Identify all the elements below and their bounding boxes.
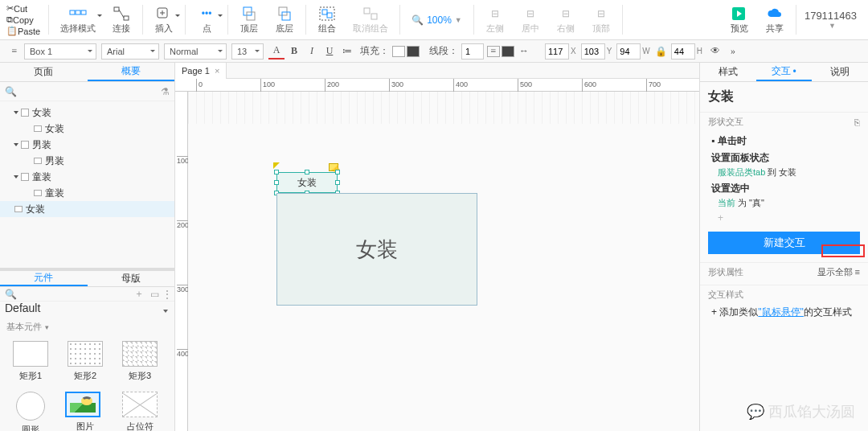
svg-rect-7 — [247, 12, 255, 20]
align-top-icon: ⊟ — [592, 5, 611, 23]
send-back[interactable]: 底层 — [267, 0, 302, 39]
underline-icon[interactable]: U — [321, 43, 338, 60]
line-color-icon[interactable] — [502, 46, 514, 57]
tab-masters[interactable]: 母版 — [88, 271, 175, 286]
widget-circle[interactable]: 圆形 — [5, 392, 56, 431]
lib-menu-icon[interactable]: ⋮ — [162, 289, 172, 300]
outline-tree: 女装 女装 男装 男装 童装 童装 女装 — [0, 101, 174, 268]
group[interactable]: 组合 — [309, 0, 345, 39]
widget-rect3[interactable]: 矩形3 — [114, 341, 166, 382]
close-icon[interactable]: × — [215, 66, 219, 76]
tree-item-child[interactable]: 童装 — [0, 185, 174, 201]
zoom[interactable]: 🔍100%▼ — [403, 0, 470, 39]
add-action-icon[interactable]: + — [718, 212, 860, 224]
insert[interactable]: 插入 — [146, 0, 182, 39]
tab-style[interactable]: 样式 — [700, 63, 756, 81]
dot[interactable]: •••点 — [189, 0, 224, 39]
section-action-icon[interactable]: ⎘ — [854, 117, 860, 127]
cut-cmd[interactable]: ✂ Cut — [6, 3, 40, 14]
size-selector[interactable]: 13 — [231, 43, 264, 60]
widget-rect1[interactable]: 矩形1 — [5, 341, 56, 382]
dynamic-panel[interactable]: 女装 — [276, 193, 477, 306]
page-tab[interactable]: Page 1× — [175, 63, 227, 79]
arrow-icon[interactable]: ↔ — [516, 43, 532, 60]
style-drop-icon[interactable]: ≡ — [6, 43, 23, 60]
more-icon[interactable]: » — [725, 43, 741, 60]
visibility-icon[interactable]: 👁 — [707, 43, 723, 60]
tab-interactions[interactable]: 交互• — [756, 63, 813, 81]
bring-front[interactable]: 顶层 — [231, 0, 267, 39]
action-set-panel: 设置面板状态 — [711, 151, 860, 165]
align-left[interactable]: ⊟左侧 — [477, 0, 513, 39]
lock-ratio-icon[interactable]: 🔒 — [655, 46, 666, 57]
cloud-icon — [766, 6, 784, 22]
widget-rect2[interactable]: 矩形2 — [59, 341, 111, 382]
tree-item-parent[interactable]: 男装 — [0, 137, 174, 153]
svg-rect-12 — [327, 13, 332, 18]
style-toolbar: ≡ Box 1 Arial Normal 13 A B I U ≔ 填充： 线段… — [0, 40, 868, 63]
preview[interactable]: 预览 — [722, 0, 757, 39]
selected-widget[interactable]: 女装 — [276, 172, 338, 193]
v-ruler: 100 200 300 400 — [175, 92, 188, 431]
size-w-input[interactable] — [616, 43, 641, 60]
tree-item-child[interactable]: 男装 — [0, 153, 174, 169]
section-shape-attr: 形状属性显示全部 ≡ — [700, 263, 868, 281]
add-lib-icon[interactable]: ＋ — [134, 287, 144, 301]
outline-search-input[interactable] — [20, 87, 161, 96]
bold-icon[interactable]: B — [286, 43, 302, 60]
svg-rect-0 — [70, 10, 75, 14]
shape-selector[interactable]: Box 1 — [24, 43, 96, 60]
widget-placeholder[interactable]: 占位符 — [114, 392, 166, 431]
action-detail: 当前 为 "真" — [718, 197, 860, 209]
align-center[interactable]: ⊟居中 — [513, 0, 548, 39]
fill-swatch[interactable] — [392, 46, 405, 57]
widget-category[interactable]: 基本元件 — [0, 318, 174, 336]
bullets-icon[interactable]: ≔ — [339, 43, 355, 60]
font-color-icon[interactable]: A — [268, 43, 285, 60]
tab-widgets[interactable]: 元件 — [0, 271, 88, 286]
align-top[interactable]: ⊟顶部 — [583, 0, 619, 39]
connect-icon — [113, 6, 130, 22]
line-style-icon[interactable]: ≡ — [487, 46, 500, 57]
clipboard-col: ✂ Cut ⧉ Copy 📋 Paste — [6, 0, 40, 39]
align-right[interactable]: ⊟右侧 — [548, 0, 583, 39]
line-label: 线段： — [429, 44, 458, 58]
add-inter-style[interactable]: + 添加类似"鼠标悬停"的交互样式 — [700, 304, 868, 321]
lib-folder-icon[interactable]: ▭ — [150, 289, 159, 300]
tree-item-parent[interactable]: 女装 — [0, 105, 174, 121]
lib-dropdown[interactable]: Default — [0, 302, 174, 314]
right-pane: 样式 交互• 说明 女装 形状交互⎘ ▪ 单击时 设置面板状态 服装品类tab … — [699, 63, 868, 431]
tab-notes[interactable]: 说明 — [812, 63, 868, 81]
tree-item-parent[interactable]: 童装 — [0, 169, 174, 185]
share[interactable]: 共享 — [757, 0, 792, 39]
tab-outline[interactable]: 概要 — [88, 63, 175, 81]
filter-icon[interactable]: ⚗ — [161, 86, 170, 97]
pos-y-input[interactable] — [581, 43, 605, 60]
tree-item-selected[interactable]: 女装 — [0, 201, 174, 217]
show-all-toggle[interactable]: 显示全部 ≡ — [817, 266, 860, 278]
account[interactable]: 179111463▼ — [800, 0, 862, 39]
tab-pages[interactable]: 页面 — [0, 63, 88, 81]
ungroup[interactable]: 取消组合 — [345, 0, 396, 39]
copy-cmd[interactable]: ⧉ Copy — [6, 14, 40, 26]
italic-icon[interactable]: I — [304, 43, 320, 60]
connect[interactable]: 连接 — [104, 0, 139, 39]
select-mode[interactable]: 选择模式 — [52, 0, 104, 39]
canvas-body[interactable]: ⚡ 女装 女装 — [188, 92, 699, 431]
tree-item-child[interactable]: 女装 — [0, 121, 174, 137]
size-h-input[interactable] — [671, 43, 695, 60]
line-width-input[interactable] — [461, 43, 484, 60]
font-selector[interactable]: Arial — [101, 43, 159, 60]
back-icon — [276, 6, 293, 22]
weight-selector[interactable]: Normal — [164, 43, 227, 60]
widget-image[interactable]: 图片 — [59, 392, 111, 431]
widget-name-title[interactable]: 女装 — [700, 82, 868, 113]
align-left-icon: ⊟ — [485, 5, 505, 23]
new-interaction-button[interactable]: 新建交互 — [708, 232, 860, 254]
interaction-case[interactable]: ▪ 单击时 设置面板状态 服装品类tab 到 女装 设置选中 当前 为 "真" … — [700, 131, 868, 227]
fill-color[interactable] — [407, 46, 420, 57]
paste-cmd[interactable]: 📋 Paste — [6, 26, 40, 37]
outline-tabs: 页面 概要 — [0, 63, 174, 82]
pos-x-input[interactable] — [545, 43, 569, 60]
widgets-search-input[interactable] — [20, 289, 131, 299]
